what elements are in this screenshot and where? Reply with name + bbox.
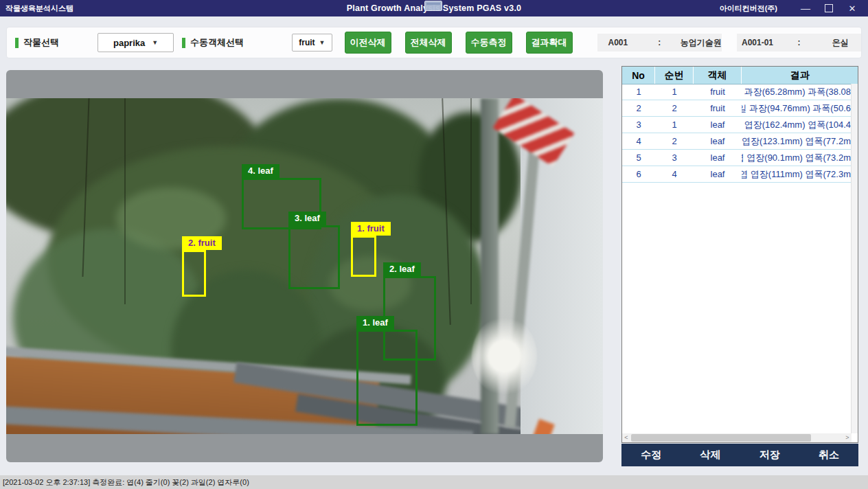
annotation-box-fruit[interactable]: 2. fruit xyxy=(182,250,206,297)
results-table: No순번객체결과 11fruit과일 과장(65.28mm) 과폭(38.082… xyxy=(621,66,858,443)
delete-all-button[interactable]: 전체삭제 xyxy=(405,32,452,54)
cell-result: 과일 과장(65.28mm) 과폭(38.08 xyxy=(742,84,852,100)
annotation-label: 4. leaf xyxy=(242,164,279,178)
manual-object-value: fruit xyxy=(299,38,315,47)
toolbar-buttons: 이전삭제전체삭제수동측정결과확대 xyxy=(345,32,586,54)
cell-object: fruit xyxy=(694,100,742,116)
cell-seq: 2 xyxy=(655,100,694,116)
annotation-box-leaf[interactable]: 3. leaf xyxy=(288,225,340,289)
delete-button[interactable]: 삭제 xyxy=(681,448,740,462)
table-body: 11fruit과일 과장(65.28mm) 과폭(38.0822fruit과일 … xyxy=(622,84,852,433)
panel-action-bar: 수정삭제저장취소 xyxy=(621,444,858,466)
manual-object-dropdown[interactable]: fruit ▼ xyxy=(292,34,332,52)
room-separator: : xyxy=(778,38,819,47)
room-info-box: A001-01 : 온실 xyxy=(737,34,861,52)
cell-result: 엽 엽장(111mm) 엽폭(72.3m xyxy=(742,166,852,182)
cell-seq: 2 xyxy=(655,133,694,149)
cell-seq: 3 xyxy=(655,150,694,166)
enlarge-result-button[interactable]: 결과확대 xyxy=(526,32,573,54)
room-name: 온실 xyxy=(820,37,861,49)
scrollbar-thumb[interactable] xyxy=(631,434,811,442)
horizontal-scrollbar[interactable]: < > xyxy=(622,433,852,442)
results-panel: No순번객체결과 11fruit과일 과장(65.28mm) 과폭(38.082… xyxy=(621,66,858,466)
crop-select-dropdown[interactable]: paprika ▼ xyxy=(98,33,174,52)
toolbar: 작물선택 paprika ▼ 수동객체선택 fruit ▼ 이전삭제전체삭제수동… xyxy=(7,27,861,58)
image-viewer: 4. leaf3. leaf1. fruit2. fruit2. leaf1. … xyxy=(6,70,603,462)
accent-bar xyxy=(182,38,185,48)
window-controls: — ✕ xyxy=(794,0,864,16)
edit-button[interactable]: 수정 xyxy=(621,448,681,462)
cell-no: 2 xyxy=(622,100,655,116)
manual-measure-button[interactable]: 수동측정 xyxy=(466,32,512,54)
cell-result: 엽 엽장(162.4mm) 엽폭(104.4 xyxy=(742,117,852,133)
cell-result: 과일 과장(94.76mm) 과폭(50.6 xyxy=(742,100,852,116)
table-header: No순번객체결과 xyxy=(622,67,858,84)
title-bar: 작물생육분석시스템 Plant Growth Analysis System P… xyxy=(0,0,868,16)
site-separator: : xyxy=(639,38,680,47)
cell-no: 5 xyxy=(622,150,655,166)
annotation-label: 1. leaf xyxy=(356,316,394,330)
scroll-right-icon[interactable]: > xyxy=(843,433,852,442)
company-name: 아이티컨버전(주) xyxy=(720,3,777,14)
crop-select-value: paprika xyxy=(113,38,145,48)
maximize-icon xyxy=(825,4,833,12)
table-row[interactable]: 53leaf엽 엽장(90.1mm) 엽폭(73.2m xyxy=(622,150,852,166)
scroll-left-icon[interactable]: < xyxy=(622,433,630,442)
cell-result: 엽 엽장(123.1mm) 엽폭(77.2m xyxy=(742,133,852,149)
crop-select-label: 작물선택 xyxy=(23,36,59,49)
cell-object: fruit xyxy=(694,84,742,100)
status-bar: [2021-03-02 오후 2:37:13] 측정완료: 엽(4) 줄기(0)… xyxy=(0,475,868,489)
room-code: A001-01 xyxy=(737,38,778,47)
table-row[interactable]: 11fruit과일 과장(65.28mm) 과폭(38.08 xyxy=(622,84,852,100)
site-info-box: A001 : 농업기술원 xyxy=(597,34,722,52)
annotation-label: 2. fruit xyxy=(182,236,222,250)
cell-object: leaf xyxy=(694,166,742,182)
chevron-down-icon: ▼ xyxy=(152,39,158,46)
table-row[interactable]: 64leaf엽 엽장(111mm) 엽폭(72.3m xyxy=(622,166,852,183)
close-button[interactable]: ✕ xyxy=(841,0,864,16)
column-header-1: 순번 xyxy=(655,67,694,84)
column-header-3: 결과 xyxy=(742,67,858,84)
site-name: 농업기술원 xyxy=(680,37,721,49)
cell-object: leaf xyxy=(694,150,742,166)
annotation-box-leaf[interactable]: 1. leaf xyxy=(356,330,418,426)
status-text: [2021-03-02 오후 2:37:13] 측정완료: 엽(4) 줄기(0)… xyxy=(3,477,249,488)
cell-seq: 1 xyxy=(655,84,694,100)
cell-object: leaf xyxy=(694,117,742,133)
annotation-layer: 4. leaf3. leaf1. fruit2. fruit2. leaf1. … xyxy=(6,70,603,462)
delete-previous-button[interactable]: 이전삭제 xyxy=(345,32,391,54)
cell-no: 1 xyxy=(622,84,655,100)
cell-seq: 1 xyxy=(655,117,694,133)
annotation-label: 3. leaf xyxy=(288,212,326,225)
table-row[interactable]: 42leaf엽 엽장(123.1mm) 엽폭(77.2m xyxy=(622,133,852,150)
accent-bar xyxy=(15,38,19,48)
annotation-label: 2. leaf xyxy=(383,262,421,276)
cell-object: leaf xyxy=(694,133,742,149)
cell-seq: 4 xyxy=(655,166,694,182)
table-row[interactable]: 22fruit과일 과장(94.76mm) 과폭(50.6 xyxy=(622,100,852,117)
minimize-button[interactable]: — xyxy=(794,0,817,16)
annotation-label: 1. fruit xyxy=(351,222,391,236)
manual-object-label: 수동객체선택 xyxy=(190,36,244,49)
cell-result: 엽 엽장(90.1mm) 엽폭(73.2m xyxy=(742,150,852,166)
site-code: A001 xyxy=(597,38,639,47)
cell-no: 3 xyxy=(622,117,655,133)
column-header-2: 객체 xyxy=(694,67,742,84)
cell-no: 6 xyxy=(622,166,655,182)
column-header-0: No xyxy=(622,67,655,84)
overlay-window-icon xyxy=(424,1,442,11)
maximize-button[interactable] xyxy=(817,0,841,16)
annotation-box-fruit[interactable]: 1. fruit xyxy=(351,236,376,277)
table-row[interactable]: 31leaf엽 엽장(162.4mm) 엽폭(104.4 xyxy=(622,117,852,133)
save-button[interactable]: 저장 xyxy=(740,448,799,462)
cancel-button[interactable]: 취소 xyxy=(799,448,858,462)
vertical-scrollbar[interactable] xyxy=(851,84,858,433)
cell-no: 4 xyxy=(622,133,655,149)
chevron-down-icon: ▼ xyxy=(319,39,326,46)
